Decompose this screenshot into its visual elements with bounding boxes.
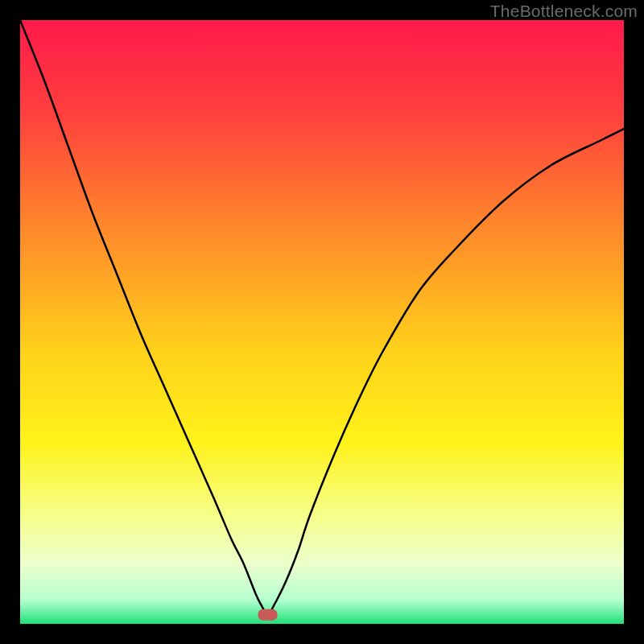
gradient-background bbox=[20, 20, 624, 624]
chart-svg bbox=[20, 20, 624, 624]
optimal-marker bbox=[258, 609, 278, 621]
plot-area bbox=[20, 20, 624, 624]
watermark-text: TheBottleneck.com bbox=[490, 2, 638, 21]
chart-container: TheBottleneck.com bbox=[0, 0, 644, 644]
